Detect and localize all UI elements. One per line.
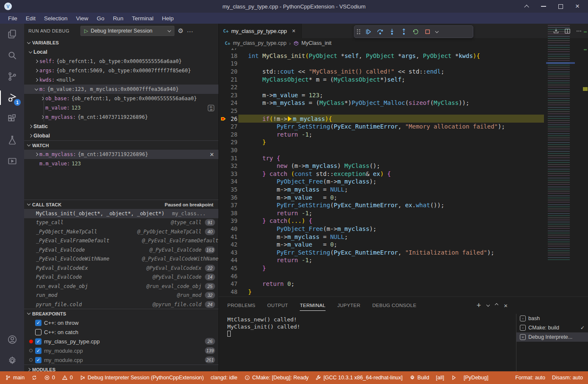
menu-selection[interactable]: Selection — [40, 14, 72, 22]
variable-row[interactable]: kwds:<null> — [24, 75, 218, 85]
variable-row[interactable]: m_value:1230110 — [24, 103, 218, 112]
variable-row[interactable]: args:{ob_refcnt:5069, ob_type:0x00007fff… — [24, 66, 218, 75]
debug-settings-gear-icon[interactable]: ⚙ — [178, 27, 183, 35]
maximize-button[interactable] — [553, 1, 568, 11]
status-item[interactable]: 0 — [62, 375, 73, 381]
maximize-panel-icon[interactable] — [495, 303, 498, 307]
breakpoint-checkbox[interactable]: ✓ — [35, 338, 41, 345]
menu-terminal[interactable]: Terminal — [128, 14, 157, 22]
close-button[interactable]: × — [570, 1, 585, 11]
tab-close-icon[interactable]: × — [292, 27, 295, 34]
breakpoint-row[interactable]: C++: on catch — [24, 327, 218, 337]
panel-tab-debug-console[interactable]: DEBUG CONSOLE — [372, 297, 416, 314]
source-control-icon[interactable] — [0, 66, 24, 87]
debug-config-dropdown[interactable]: ▷ Debug Interpreter Session — [80, 26, 174, 36]
variables-group-global[interactable]: Global — [24, 131, 218, 140]
variables-group-local[interactable]: Local — [24, 47, 218, 57]
toolbar-drag-handle[interactable] — [357, 29, 360, 34]
new-terminal-icon[interactable]: + — [477, 301, 481, 310]
breakpoints-section-header[interactable]: BREAKPOINTS — [24, 309, 218, 318]
testing-icon[interactable] — [0, 129, 24, 151]
call-stack-frame[interactable]: PyEval_EvalCodeEx@PyEval_EvalCodeEx22 — [24, 263, 218, 273]
explorer-icon[interactable] — [0, 24, 24, 45]
panel-tab-jupyter[interactable]: JUPYTER — [337, 297, 361, 314]
search-icon[interactable] — [0, 45, 24, 66]
breakpoint-row[interactable]: ✓my_module.cpp139 — [24, 346, 218, 355]
breakpoint-row[interactable]: ✓my_class_py_type.cpp26 — [24, 337, 218, 346]
overview-ruler[interactable] — [582, 24, 588, 272]
breadcrumb-file[interactable]: my_class_py_type.cpp — [233, 40, 286, 46]
status-item[interactable]: Disasm: auto — [552, 375, 583, 381]
status-item[interactable]: main — [5, 375, 25, 381]
breakpoint-checkbox[interactable]: ✓ — [35, 357, 41, 363]
variables-group-static[interactable]: Static — [24, 122, 218, 131]
call-stack-frame[interactable]: pyrun_file.cold@pyrun_file.cold24 — [24, 300, 218, 309]
terminal-list-item[interactable]: ›bash — [516, 314, 588, 323]
call-stack-frame[interactable]: run_eval_code_obj@run_eval_code_obj25 — [24, 282, 218, 291]
variable-row[interactable]: self:{ob_refcnt:1, ob_type:0x00005555556… — [24, 57, 218, 66]
sidebar-more-actions-icon[interactable]: ··· — [187, 27, 193, 35]
status-item[interactable] — [451, 375, 457, 381]
menu-file[interactable]: File — [4, 14, 21, 22]
status-item[interactable]: [PyDebug] — [464, 375, 488, 381]
minimize-button[interactable] — [536, 1, 551, 11]
breakpoint-row[interactable]: ✓C++: on throw — [24, 318, 218, 327]
call-stack-section-header[interactable]: CALL STACK Paused on breakpoint — [24, 200, 218, 209]
terminal-list-item[interactable]: ›CMake: build✓ — [516, 323, 588, 332]
watch-section-header[interactable]: WATCH — [24, 140, 218, 150]
breakpoint-row[interactable]: ✓my_module.cpp261 — [24, 355, 218, 365]
terminal-output[interactable]: MtClass_new() called! MyClass_init() cal… — [227, 316, 300, 339]
status-item[interactable]: clangd: idle — [210, 375, 237, 381]
restart-icon[interactable] — [412, 28, 420, 36]
remove-watch-icon[interactable]: ✕ — [210, 151, 214, 158]
breadcrumbs[interactable]: C+ my_class_py_type.cpp › MyClass_init — [219, 38, 588, 48]
panel-tab-problems[interactable]: PROBLEMS — [227, 297, 255, 314]
tab-my-class-py-type[interactable]: C+ my_class_py_type.cpp × — [219, 24, 302, 38]
menu-view[interactable]: View — [72, 14, 92, 22]
breakpoint-checkbox[interactable]: ✓ — [35, 348, 41, 354]
call-stack-frame[interactable]: MyClass_init(_object*, _object*, _object… — [24, 209, 218, 218]
variables-section-header[interactable]: VARIABLES — [24, 38, 218, 47]
breakpoint-checkbox[interactable]: ✓ — [35, 320, 41, 326]
menu-edit[interactable]: Edit — [22, 14, 39, 22]
call-stack-frame[interactable]: PyEval_EvalCode@PyEval_EvalCode14 — [24, 273, 218, 282]
call-stack-frame[interactable]: type_call@type_call91 — [24, 218, 218, 228]
status-item[interactable]: Format: auto — [515, 375, 545, 381]
preview-panel-icon[interactable] — [0, 151, 24, 172]
binary-view-icon[interactable]: 0110 — [208, 105, 214, 111]
extensions-icon[interactable] — [0, 108, 24, 129]
breakpoint-checkbox[interactable] — [35, 329, 41, 335]
panel-tab-terminal[interactable]: TERMINAL — [300, 297, 326, 314]
call-stack-frame[interactable]: _PyEval_EvalFrameDefault@_PyEval_EvalFra… — [24, 236, 218, 246]
breadcrumb-symbol[interactable]: MyClass_init — [301, 40, 331, 46]
watch-row[interactable]: m.m_value:123 — [24, 159, 218, 168]
modules-section-header[interactable]: MODULES — [24, 365, 218, 371]
status-item[interactable]: [GCC 10.3.1 x86_64-redhat-linux] — [315, 375, 403, 381]
watch-row[interactable]: m.m_myclass:{m_cnt:140737119226896}✕ — [24, 150, 218, 159]
minimap[interactable] — [544, 24, 582, 261]
step-over-icon[interactable] — [376, 28, 384, 36]
step-into-icon[interactable] — [388, 28, 396, 36]
settings-gear-icon[interactable] — [0, 350, 24, 371]
status-item[interactable]: Debug Interpreter Session (PythonCppExte… — [80, 375, 204, 381]
call-stack-frame[interactable]: _PyObject_MakeTpCall@_PyObject_MakeTpCal… — [24, 227, 218, 236]
stop-icon[interactable] — [424, 28, 431, 36]
run-and-debug-icon[interactable]: 1 — [0, 87, 24, 108]
variable-row[interactable]: m_myclass:{m_cnt:140737119226896} — [24, 112, 218, 122]
status-item[interactable]: 0 — [44, 375, 55, 381]
menu-go[interactable]: Go — [93, 14, 108, 22]
menu-help[interactable]: Help — [158, 14, 177, 22]
close-panel-icon[interactable]: × — [504, 302, 508, 309]
panel-tab-output[interactable]: OUTPUT — [267, 297, 288, 314]
status-item[interactable] — [31, 375, 37, 381]
terminal-list-item[interactable]: ¤Debug Interprete... — [516, 332, 588, 342]
panel-toggle-icon[interactable] — [519, 1, 534, 11]
continue-icon[interactable] — [364, 28, 372, 36]
variable-row[interactable]: m:{m_value:123, m_myclass:0x00007fffea36… — [24, 85, 218, 94]
status-item[interactable]: Build — [409, 375, 429, 381]
call-stack-frame[interactable]: run_mod@run_mod32 — [24, 291, 218, 300]
status-item[interactable]: CMake: [Debug]: Ready — [244, 375, 309, 381]
variable-row[interactable]: ob_base:{ob_refcnt:1, ob_type:0x00005555… — [24, 94, 218, 103]
menu-run[interactable]: Run — [109, 14, 127, 22]
call-stack-frame[interactable]: _PyEval_EvalCode@_PyEval_EvalCode163 — [24, 245, 218, 255]
